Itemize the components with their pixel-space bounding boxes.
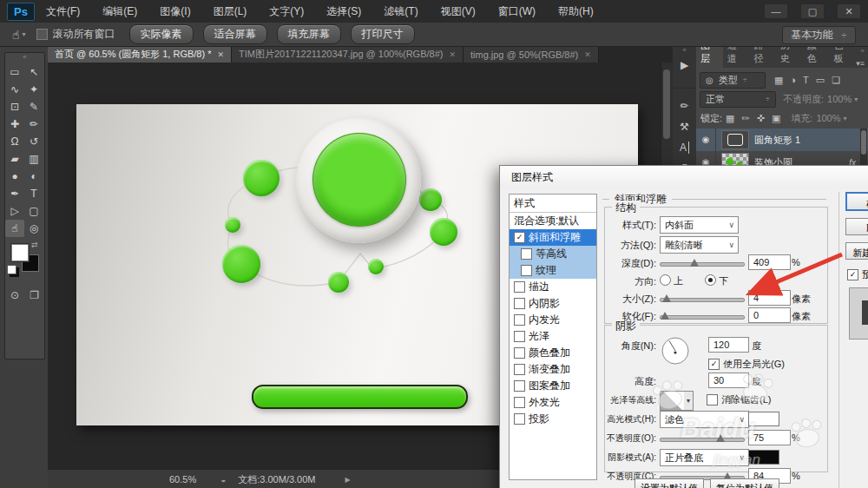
checkbox-unchecked[interactable] <box>514 331 525 342</box>
soften-input[interactable]: 0 <box>748 307 791 323</box>
checkbox-unchecked[interactable] <box>514 380 525 392</box>
minimize-button[interactable]: — <box>764 3 788 19</box>
highlight-opacity-input[interactable]: 75 <box>748 430 791 445</box>
scrollbar-thumb[interactable] <box>861 130 866 155</box>
set-default-button[interactable]: 设置为默认值 <box>635 478 704 488</box>
print-size-button[interactable]: 打印尺寸 <box>351 24 415 44</box>
lock-position-icon[interactable]: ✜ <box>757 113 765 124</box>
swap-colors-icon[interactable]: ⇄ <box>31 241 38 249</box>
eyedropper-tool[interactable]: ✎ <box>24 98 43 115</box>
checkbox-unchecked[interactable] <box>514 281 525 293</box>
checkbox-unchecked[interactable] <box>514 413 525 425</box>
checkbox-unchecked[interactable] <box>514 364 525 375</box>
visibility-eye-icon[interactable]: ◉ <box>696 129 716 151</box>
shadow-mode-dropdown[interactable]: 正片叠底 ∨ <box>660 449 749 466</box>
collapse-tools-icon[interactable]: « <box>5 53 44 62</box>
filter-pixel-layers-icon[interactable]: ▦ <box>774 75 783 86</box>
highlight-color-swatch[interactable] <box>748 412 779 426</box>
list-item-pattern-overlay[interactable]: 图案叠加 <box>510 378 596 394</box>
highlight-opacity-slider[interactable] <box>660 438 745 442</box>
filter-smart-objects-icon[interactable]: ❏ <box>832 75 840 86</box>
checkbox-unchecked[interactable] <box>514 298 525 309</box>
clone-stamp-tool[interactable]: Ω <box>5 133 24 150</box>
workspace-switcher[interactable]: 基本功能 ÷ <box>782 26 857 44</box>
shadow-color-swatch[interactable] <box>748 450 779 465</box>
opacity-value[interactable]: 100% <box>827 94 852 104</box>
list-item-bevel-emboss[interactable]: ✓ 斜面和浮雕 <box>510 229 596 246</box>
bevel-style-dropdown[interactable]: 内斜面 ∨ <box>660 216 739 234</box>
quick-mask-icon[interactable]: ⊙ <box>10 289 19 301</box>
checkbox-checked[interactable]: ✓ <box>514 232 525 243</box>
tool-presets-panel-button[interactable]: ⚒ <box>673 116 696 137</box>
list-item-stroke[interactable]: 描边 <box>510 279 596 295</box>
ok-button[interactable]: 确定 <box>845 192 868 211</box>
fill-arrow-icon[interactable]: ▾ <box>844 115 847 122</box>
tab-close-icon[interactable]: ✕ <box>218 50 225 59</box>
depth-input[interactable]: 409 <box>748 254 791 270</box>
checkbox-unchecked[interactable] <box>514 347 525 359</box>
blur-tool[interactable]: ● <box>5 168 24 185</box>
scroll-all-windows-checkbox[interactable] <box>36 29 48 40</box>
lock-all-icon[interactable]: ▣ <box>772 113 780 124</box>
slider-thumb[interactable] <box>716 434 725 442</box>
direction-up-radio[interactable] <box>660 274 671 286</box>
healing-brush-tool[interactable]: ✚ <box>5 115 24 133</box>
rectangular-marquee-tool[interactable]: ▭ <box>5 63 24 81</box>
direction-down-radio[interactable] <box>705 274 716 286</box>
status-menu-arrow-icon[interactable]: ▶ <box>345 476 351 484</box>
blend-mode-dropdown[interactable]: 正常 ÷ <box>700 91 776 108</box>
screen-mode-icon[interactable]: ❐ <box>30 289 39 301</box>
menu-window[interactable]: 窗口(W) <box>487 0 547 23</box>
shape-tool[interactable]: ▢ <box>24 202 43 220</box>
highlight-mode-dropdown[interactable]: 滤色 ∨ <box>660 411 749 428</box>
menu-edit[interactable]: 编辑(E) <box>91 0 148 23</box>
collapse-dock-icon[interactable]: « <box>673 46 696 55</box>
menu-type[interactable]: 文字(Y) <box>258 0 315 23</box>
layer-thumbnail[interactable] <box>721 130 749 149</box>
list-item-blending-options[interactable]: 混合选项:默认 <box>510 213 596 229</box>
menu-select[interactable]: 选择(S) <box>315 0 372 23</box>
hand-tool[interactable]: ☝ <box>5 220 24 237</box>
gloss-contour-thumbnail[interactable] <box>660 391 686 411</box>
tab-home-document[interactable]: 首页 @ 60.5% (圆角矩形 1, RGB/8) * ✕ <box>48 46 232 63</box>
magic-wand-tool[interactable]: ✦ <box>24 81 43 98</box>
panel-menu-icon[interactable]: ▾≡ <box>856 59 865 68</box>
gradient-tool[interactable]: ▥ <box>24 150 43 168</box>
fit-screen-button[interactable]: 适合屏幕 <box>203 24 267 44</box>
reset-default-button[interactable]: 复位为默认值 <box>710 478 779 488</box>
fill-value[interactable]: 100% <box>816 113 840 123</box>
list-item-gradient-overlay[interactable]: 渐变叠加 <box>510 361 596 378</box>
checkbox-unchecked[interactable] <box>521 248 532 260</box>
zoom-level-field[interactable]: 60.5% <box>169 474 196 485</box>
zoom-tool[interactable]: ◎ <box>24 220 43 237</box>
lock-pixels-icon[interactable]: ✏ <box>741 113 749 124</box>
list-item-texture[interactable]: 纹理 <box>510 262 596 279</box>
dialog-title[interactable]: 图层样式 <box>500 166 868 188</box>
pen-tool[interactable]: ✒ <box>5 185 24 202</box>
brush-tool[interactable]: ✏ <box>24 115 43 133</box>
move-tool[interactable]: ↖ <box>24 63 43 81</box>
angle-input[interactable]: 120 <box>708 337 749 353</box>
tool-preset-arrow-icon[interactable]: ▾ <box>23 30 26 38</box>
list-item-outer-glow[interactable]: 外发光 <box>510 394 596 411</box>
global-light-checkbox[interactable]: ✓ <box>708 359 720 370</box>
size-input[interactable]: 4 <box>748 290 791 306</box>
antialias-checkbox[interactable] <box>707 394 718 406</box>
list-item-inner-glow[interactable]: 内发光 <box>510 312 596 328</box>
close-button[interactable]: ✕ <box>837 3 861 19</box>
checkbox-unchecked[interactable] <box>514 397 525 408</box>
cancel-button[interactable]: 取消 <box>845 218 868 235</box>
size-slider[interactable] <box>660 298 745 302</box>
history-brush-tool[interactable]: ↺ <box>24 133 43 150</box>
tab-close-icon[interactable]: ✕ <box>584 50 591 59</box>
filter-shape-layers-icon[interactable]: ▭ <box>816 75 825 86</box>
menu-image[interactable]: 图像(I) <box>148 0 201 23</box>
menu-help[interactable]: 帮助(H) <box>547 0 605 23</box>
preview-checkbox[interactable]: ✓ <box>847 269 858 280</box>
layer-filter-dropdown[interactable]: ◎ 类型 ÷ <box>700 72 766 89</box>
list-item-satin[interactable]: 光泽 <box>510 328 596 345</box>
actual-pixels-button[interactable]: 实际像素 <box>129 24 194 44</box>
checkbox-unchecked[interactable] <box>521 265 532 276</box>
filter-adjustment-layers-icon[interactable]: ◑ <box>790 75 796 85</box>
slider-thumb[interactable] <box>662 294 671 302</box>
